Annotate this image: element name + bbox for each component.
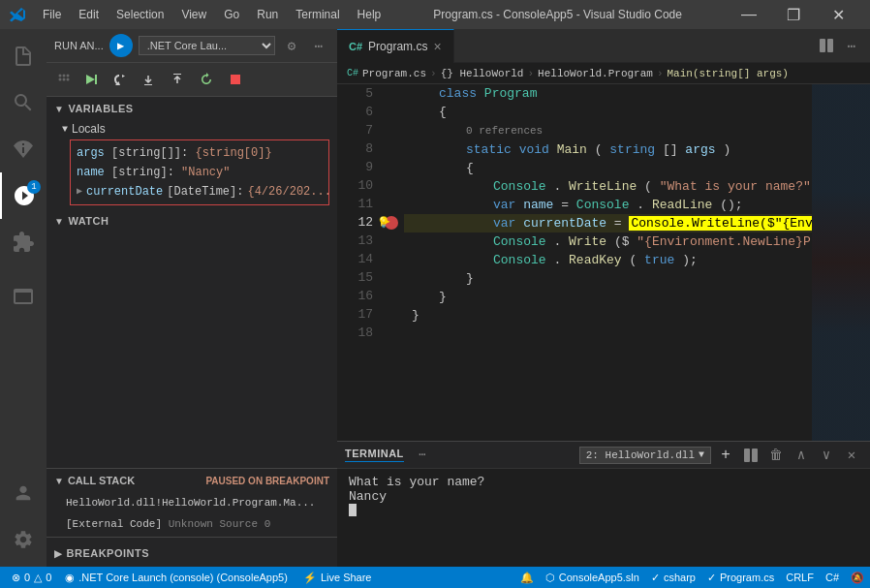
line-num-11: 11 [337, 195, 373, 213]
local-var-name[interactable]: name [string]: "Nancy" [77, 163, 323, 182]
editor-actions: ⋯ [808, 35, 870, 56]
svg-rect-9 [827, 39, 833, 52]
more-actions-button[interactable]: ⋯ [841, 35, 862, 56]
status-lang[interactable]: ✓ csharp [645, 567, 701, 588]
terminal-selector-arrow: ▼ [699, 449, 704, 460]
sidebar-item-explorer[interactable] [0, 33, 47, 79]
sidebar-item-search[interactable] [0, 79, 47, 126]
status-bar-right: 🔔 ⬡ ConsoleApp5.sln ✓ csharp ✓ Program.c… [514, 567, 870, 588]
code-line-16: } [404, 288, 812, 306]
line-num-10: 10 [337, 176, 373, 195]
restart-button[interactable] [194, 67, 219, 92]
call-stack-item-0[interactable]: HelloWorld.dll!HelloWorld.Program.Ma... [47, 492, 337, 513]
status-sln[interactable]: ⬡ ConsoleApp5.sln [540, 567, 645, 588]
close-button[interactable]: ✕ [816, 0, 860, 29]
delete-terminal-button[interactable]: 🗑 [765, 445, 787, 466]
call-stack-header[interactable]: ▼ CALL STACK PAUSED ON BREAKPOINT [47, 469, 337, 490]
watch-title: WATCH [68, 215, 109, 227]
status-debug-config[interactable]: ◉ .NET Core Launch (console) (ConsoleApp… [59, 567, 294, 588]
settings-icon[interactable] [0, 516, 47, 563]
locals-group-header[interactable]: ▼ Locals [47, 120, 337, 138]
debug-more-button[interactable]: ⋯ [308, 35, 329, 56]
terminal-prompt [349, 504, 858, 516]
step-over-button[interactable] [107, 67, 132, 92]
var-type-args: [string[]]: [111, 146, 195, 160]
local-var-args[interactable]: args [string[]]: {string[0]} [77, 143, 323, 163]
lightbulb-icon[interactable]: 💡 [377, 214, 390, 232]
status-file[interactable]: ✓ Program.cs [701, 567, 780, 588]
status-lang-cs[interactable]: C# [820, 567, 845, 588]
status-liveshare[interactable]: ⚡ Live Share [297, 567, 378, 588]
line-num-7: 7 [337, 121, 373, 139]
code-line-5: class Program [404, 84, 812, 103]
status-errors-right[interactable]: 🔔 [514, 567, 540, 588]
code-content[interactable]: class Program { 0 references [404, 84, 812, 441]
minimap-content [812, 84, 870, 441]
file-label: Program.cs [720, 572, 774, 583]
editor-area: C# Program.cs × ⋯ C# Program.cs › {} Hel… [337, 29, 870, 567]
sidebar-item-debug[interactable]: 1 [0, 172, 47, 219]
terminal-more-button[interactable]: ⋯ [412, 445, 433, 466]
status-bell[interactable]: 🔕 [845, 567, 870, 588]
var-type-date: [DateTime]: [167, 182, 243, 201]
drag-handle [54, 70, 74, 89]
window-title: Program.cs - ConsoleApp5 - Visual Studio… [388, 8, 727, 21]
callstack-title: CALL STACK [68, 475, 135, 486]
breadcrumb-class[interactable]: HelloWorld.Program [538, 68, 653, 79]
breadcrumb-namespace[interactable]: {} HelloWorld [441, 68, 524, 79]
panel-up-button[interactable]: ∧ [791, 445, 812, 466]
debug-config-selector[interactable]: .NET Core Lau... [139, 36, 275, 55]
continue-button[interactable] [78, 67, 103, 92]
terminal-output-0: What is your name? [349, 475, 858, 489]
call-stack-item-1[interactable]: [External Code] Unknown Source 0 [47, 513, 337, 535]
line-num-8: 8 [337, 139, 373, 158]
terminal-selector-group[interactable]: 2: HelloWorld.dll ▼ [579, 447, 711, 464]
maximize-button[interactable]: ❐ [771, 0, 816, 29]
tab-close-icon[interactable]: × [433, 39, 441, 54]
breakpoints-header[interactable]: ▶ BREAKPOINTS [47, 542, 337, 563]
split-terminal-button[interactable] [740, 445, 761, 466]
menu-run[interactable]: Run [249, 6, 286, 23]
close-panel-button[interactable]: ✕ [841, 445, 862, 466]
variables-content: ▼ Locals args [string[]]: {string[0]} na… [47, 118, 337, 209]
breadcrumb-file[interactable]: Program.cs [362, 68, 426, 79]
external-code-sub: Unknown Source 0 [169, 518, 271, 530]
menu-help[interactable]: Help [350, 6, 389, 23]
debug-settings-button[interactable]: ⚙ [281, 35, 302, 56]
minimize-button[interactable]: — [727, 0, 771, 29]
menu-selection[interactable]: Selection [109, 6, 171, 23]
editor-tab-program[interactable]: C# Program.cs × [337, 29, 454, 63]
menu-file[interactable]: File [35, 6, 69, 23]
debug-action-bar [47, 63, 337, 97]
svg-point-1 [63, 75, 66, 77]
status-errors[interactable]: ⊗ 0 △ 0 [6, 567, 57, 588]
terminal-panel: TERMINAL ⋯ 2: HelloWorld.dll ▼ + 🗑 ∧ ∨ ✕ [337, 441, 870, 567]
stop-button[interactable] [223, 67, 248, 92]
step-into-button[interactable] [136, 67, 161, 92]
panel-down-button[interactable]: ∨ [816, 445, 837, 466]
code-editor[interactable]: 5 6 7 8 9 10 11 12 13 14 15 16 17 18 [337, 84, 870, 441]
sidebar-item-extensions[interactable] [0, 219, 47, 265]
terminal-tab-label[interactable]: TERMINAL [345, 448, 404, 462]
terminal-tab-bar: TERMINAL ⋯ 2: HelloWorld.dll ▼ + 🗑 ∧ ∨ ✕ [337, 442, 870, 469]
sidebar-item-source-control[interactable] [0, 126, 47, 172]
menu-edit[interactable]: Edit [71, 6, 107, 23]
menu-view[interactable]: View [173, 6, 214, 23]
status-crlf[interactable]: CRLF [780, 567, 820, 588]
menu-terminal[interactable]: Terminal [288, 6, 347, 23]
local-var-date[interactable]: ▶ currentDate [DateTime]: {4/26/202... [77, 182, 323, 201]
split-editor-button[interactable] [816, 35, 837, 56]
account-icon[interactable] [0, 470, 47, 516]
notification-icon: 🔕 [851, 572, 864, 584]
variables-section-header[interactable]: ▼ VARIABLES [47, 97, 337, 118]
lang-cs-label: C# [825, 572, 839, 583]
new-terminal-button[interactable]: + [715, 445, 736, 466]
menu-go[interactable]: Go [216, 6, 247, 23]
breakpoints-collapse-arrow: ▶ [54, 548, 63, 559]
start-debug-button[interactable]: ▶ [109, 34, 133, 57]
step-out-button[interactable] [165, 67, 190, 92]
terminal-content[interactable]: What is your name? Nancy [337, 469, 870, 567]
watch-section-header[interactable]: ▼ WATCH [47, 209, 337, 231]
sidebar-item-remote[interactable] [0, 273, 47, 320]
breadcrumb-method[interactable]: Main(string[] args) [668, 68, 789, 79]
